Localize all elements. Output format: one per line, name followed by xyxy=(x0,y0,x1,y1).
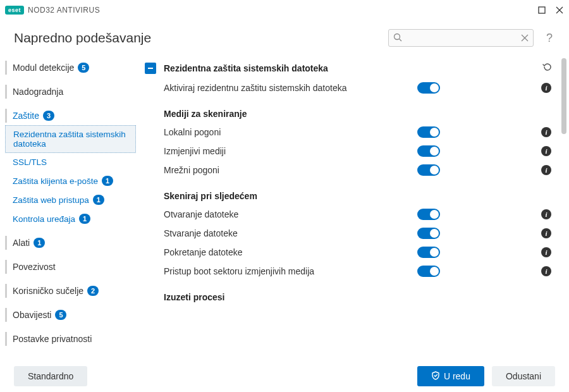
footer: Standardno U redu Odustani xyxy=(0,360,569,392)
sidebar-item-label: Rezidentna zaštita sistemskih datoteka xyxy=(13,130,130,149)
sidebar-item-label: Modul detekcije xyxy=(13,63,74,73)
setting-label: Otvaranje datoteke xyxy=(164,209,417,219)
scrollbar[interactable] xyxy=(561,58,566,134)
close-icon[interactable] xyxy=(555,6,564,15)
badge: 1 xyxy=(34,238,45,248)
toggle-lokalni[interactable] xyxy=(417,126,440,138)
setting-label: Aktiviraj rezidentnu zaštitu sistemskih … xyxy=(164,83,417,93)
cancel-button[interactable]: Odustani xyxy=(492,366,555,386)
ok-button[interactable]: U redu xyxy=(417,366,484,386)
revert-icon[interactable] xyxy=(542,62,553,75)
page-title: Napredno podešavanje xyxy=(14,30,151,46)
setting-row-lokalni: Lokalni pogoni i xyxy=(164,123,555,142)
setting-label: Stvaranje datoteke xyxy=(164,228,417,238)
svg-line-4 xyxy=(399,39,401,42)
info-icon[interactable]: i xyxy=(541,247,551,257)
sidebar-item-alati[interactable]: Alati 1 xyxy=(5,233,136,252)
info-icon[interactable]: i xyxy=(541,127,551,137)
sidebar-item-modul-detekcije[interactable]: Modul detekcije 5 xyxy=(5,58,136,77)
setting-label: Lokalni pogoni xyxy=(164,127,417,137)
sidebar-item-label: Zaštita klijenta e-pošte xyxy=(13,176,98,186)
sidebar-item-kontrola-uredjaja[interactable]: Kontrola uređaja 1 xyxy=(5,209,136,228)
badge: 3 xyxy=(43,111,54,121)
sidebar-item-rezidentna-zastita[interactable]: Rezidentna zaštita sistemskih datoteka xyxy=(5,125,136,153)
product-name: NOD32 ANTIVIRUS xyxy=(28,6,100,15)
section-header: Rezidentna zaštita sistemskih datoteka xyxy=(142,58,555,78)
setting-label: Mrežni pogoni xyxy=(164,165,417,175)
search-input[interactable] xyxy=(388,29,534,47)
sidebar-item-label: SSL/TLS xyxy=(13,157,47,167)
group-label-skeniraj: Skeniraj pri sljedećem xyxy=(164,180,555,205)
sidebar-item-zastita-web[interactable]: Zaštita web pristupa 1 xyxy=(5,190,136,209)
sidebar: Modul detekcije 5 Nadogradnja Zaštite 3 … xyxy=(0,53,136,360)
setting-row-izmjenjivi: Izmjenjivi mediji i xyxy=(164,142,555,161)
sidebar-item-zastite[interactable]: Zaštite 3 xyxy=(5,106,136,125)
toggle-izmjenjivi[interactable] xyxy=(417,145,440,157)
toggle-otvaranje[interactable] xyxy=(417,209,440,220)
setting-row-boot: Pristup boot sektoru izmjenjivih medija … xyxy=(164,262,555,281)
sidebar-item-nadogradnja[interactable]: Nadogradnja xyxy=(5,82,136,101)
setting-row-mrezni: Mrežni pogoni i xyxy=(164,161,555,180)
info-icon[interactable]: i xyxy=(541,146,551,156)
sidebar-item-zastita-eposte[interactable]: Zaštita klijenta e-pošte 1 xyxy=(5,171,136,190)
info-icon[interactable]: i xyxy=(541,209,551,219)
badge: 2 xyxy=(87,286,99,296)
search-icon xyxy=(393,33,402,44)
svg-rect-0 xyxy=(539,7,545,13)
sidebar-item-label: Povezivost xyxy=(13,262,56,272)
default-button[interactable]: Standardno xyxy=(14,366,87,386)
setting-label: Izmjenjivi mediji xyxy=(164,146,417,156)
search-field[interactable] xyxy=(388,29,534,47)
badge: 5 xyxy=(55,310,66,320)
setting-label: Pokretanje datoteke xyxy=(164,247,417,257)
group-label-mediji: Mediji za skeniranje xyxy=(164,97,555,123)
badge: 1 xyxy=(102,176,113,186)
sidebar-item-label: Obavijesti xyxy=(13,310,51,320)
info-icon[interactable]: i xyxy=(541,266,551,276)
sidebar-item-label: Nadogradnja xyxy=(13,87,63,97)
sidebar-item-obavijesti[interactable]: Obavijesti 5 xyxy=(5,305,136,324)
sidebar-item-label: Postavke privatnosti xyxy=(13,334,92,344)
badge: 1 xyxy=(93,195,104,205)
setting-row-aktiviraj: Aktiviraj rezidentnu zaštitu sistemskih … xyxy=(164,78,555,97)
badge: 5 xyxy=(78,63,89,73)
sidebar-item-label: Kontrola uređaja xyxy=(13,214,75,224)
toggle-stvaranje[interactable] xyxy=(417,228,440,239)
svg-rect-7 xyxy=(148,68,153,69)
sidebar-item-povezivost[interactable]: Povezivost xyxy=(5,257,136,276)
info-icon[interactable]: i xyxy=(541,228,551,238)
maximize-icon[interactable] xyxy=(537,6,546,15)
setting-row-pokretanje: Pokretanje datoteke i xyxy=(164,243,555,262)
header: Napredno podešavanje ? xyxy=(0,20,569,53)
toggle-pokretanje[interactable] xyxy=(417,247,440,258)
sidebar-item-postavke-privatnosti[interactable]: Postavke privatnosti xyxy=(5,329,136,348)
ok-button-label: U redu xyxy=(444,371,470,381)
sidebar-item-label: Alati xyxy=(13,238,30,248)
sidebar-item-label: Zaštite xyxy=(13,111,39,121)
info-icon[interactable]: i xyxy=(541,165,551,175)
toggle-aktiviraj[interactable] xyxy=(417,82,440,94)
badge: 1 xyxy=(79,214,90,224)
sidebar-item-label: Korisničko sučelje xyxy=(13,286,83,296)
group-label-izuzeti: Izuzeti procesi xyxy=(164,281,555,306)
shield-icon xyxy=(431,371,440,382)
collapse-icon[interactable] xyxy=(145,63,156,74)
info-icon[interactable]: i xyxy=(541,83,551,93)
clear-search-icon[interactable] xyxy=(521,33,529,44)
sidebar-item-label: Zaštita web pristupa xyxy=(13,195,89,205)
setting-row-stvaranje: Stvaranje datoteke i xyxy=(164,224,555,243)
brand-logo: eset xyxy=(5,6,24,15)
main-panel: Rezidentna zaštita sistemskih datoteka A… xyxy=(136,53,569,360)
setting-label: Pristup boot sektoru izmjenjivih medija xyxy=(164,266,417,276)
toggle-boot[interactable] xyxy=(417,266,440,277)
sidebar-item-korisnicko-sucelje[interactable]: Korisničko sučelje 2 xyxy=(5,281,136,300)
setting-row-otvaranje: Otvaranje datoteke i xyxy=(164,205,555,224)
sidebar-item-ssl-tls[interactable]: SSL/TLS xyxy=(5,153,136,171)
section-title: Rezidentna zaštita sistemskih datoteka xyxy=(164,63,535,73)
help-icon[interactable]: ? xyxy=(544,32,555,45)
toggle-mrezni[interactable] xyxy=(417,164,440,176)
svg-point-3 xyxy=(394,34,400,40)
titlebar: eset NOD32 ANTIVIRUS xyxy=(0,0,569,20)
